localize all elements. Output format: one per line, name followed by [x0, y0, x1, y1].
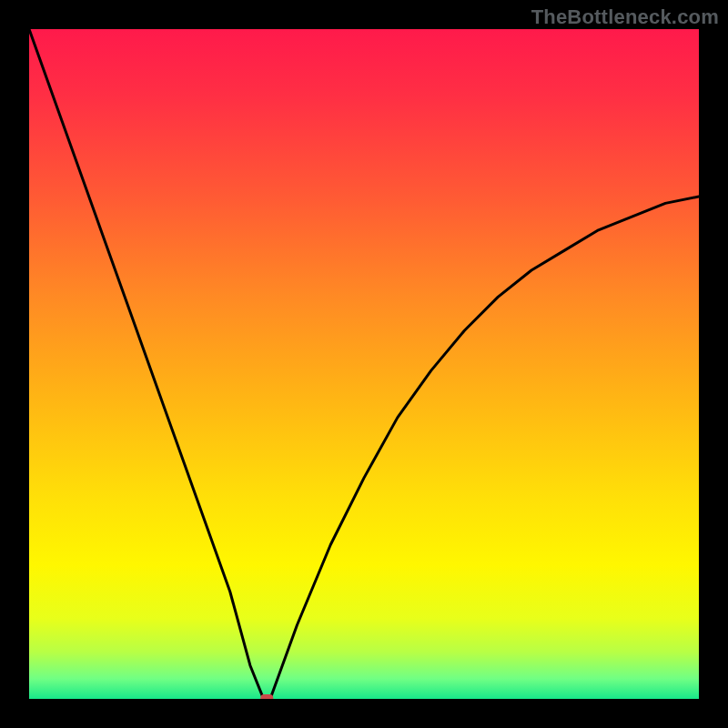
plot-area — [29, 29, 699, 699]
watermark-text: TheBottleneck.com — [531, 5, 719, 29]
chart-frame: TheBottleneck.com — [0, 0, 728, 728]
optimum-marker — [260, 694, 273, 699]
gradient-background — [29, 29, 699, 699]
chart-svg — [29, 29, 699, 699]
